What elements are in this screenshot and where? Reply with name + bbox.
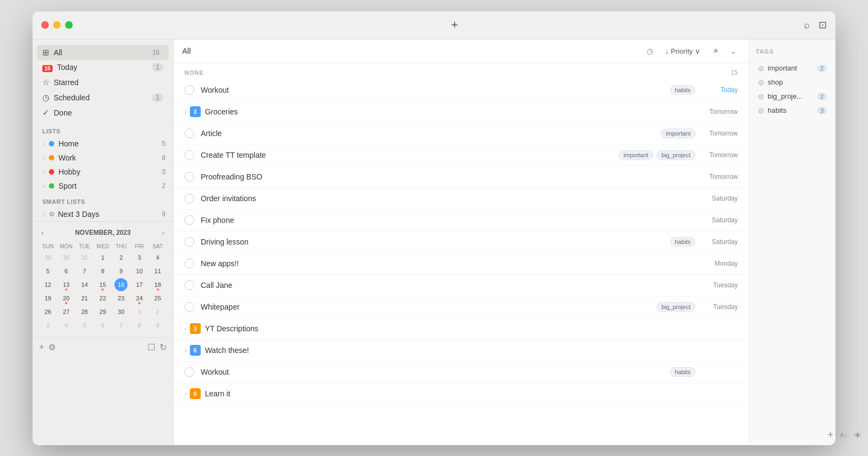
add-tag-button[interactable]: + xyxy=(827,429,833,441)
sidebar-item-today[interactable]: 16 Today 1 xyxy=(37,60,169,75)
task-row[interactable]: ›6Watch these! xyxy=(174,340,749,362)
calendar-day[interactable]: 24 xyxy=(133,292,146,305)
calendar-day[interactable]: 16 xyxy=(114,278,127,291)
calendar-day[interactable]: 18 xyxy=(151,278,164,291)
task-checkbox[interactable] xyxy=(184,194,194,203)
tag-badge[interactable]: important xyxy=(618,150,653,160)
calendar-day[interactable]: 29 xyxy=(41,251,54,264)
tag-badge[interactable]: habits xyxy=(670,237,695,247)
task-row[interactable]: ›3GroceriesTomorrow xyxy=(174,101,749,123)
calendar-day[interactable]: 4 xyxy=(151,251,164,264)
task-checkbox[interactable] xyxy=(184,259,194,268)
task-row[interactable]: Fix phoneSaturday xyxy=(174,210,749,232)
calendar-day[interactable]: 5 xyxy=(41,265,54,278)
expand-icon[interactable]: › xyxy=(184,108,187,115)
settings-button[interactable]: ⚙ xyxy=(48,342,56,352)
filter-button[interactable]: ⌄ xyxy=(727,44,740,57)
calendar-day[interactable]: 19 xyxy=(41,292,54,305)
history-button[interactable]: ◷ xyxy=(643,44,656,57)
sidebar-item-done[interactable]: ✓ Done xyxy=(37,105,169,120)
close-button[interactable] xyxy=(41,21,49,29)
expand-icon[interactable]: › xyxy=(184,325,187,332)
sun-icon[interactable]: ☀ xyxy=(709,44,723,57)
calendar-day[interactable]: 25 xyxy=(151,292,164,305)
calendar-day[interactable]: 3 xyxy=(133,251,146,264)
task-checkbox[interactable] xyxy=(184,367,194,377)
calendar-day[interactable]: 12 xyxy=(41,278,54,291)
minimize-button[interactable] xyxy=(53,21,61,29)
task-row[interactable]: Proofreading BSOTomorrow xyxy=(174,166,749,188)
calendar-day[interactable]: 9 xyxy=(114,265,127,278)
tag-item-habits[interactable]: ⊘ habits 3 xyxy=(756,104,829,118)
task-row[interactable]: WorkouthabitsToday xyxy=(174,80,749,101)
tag-badge[interactable]: big_project xyxy=(656,150,695,160)
calendar-day[interactable]: 3 xyxy=(41,319,54,332)
task-checkbox[interactable] xyxy=(184,302,194,312)
task-checkbox[interactable] xyxy=(184,215,194,225)
calendar-next-button[interactable]: › xyxy=(159,227,167,238)
calendar-day[interactable]: 17 xyxy=(133,278,146,291)
sidebar-item-scheduled[interactable]: ◷ Scheduled 1 xyxy=(37,90,169,105)
task-row[interactable]: Workouthabits xyxy=(174,362,749,383)
calendar-day[interactable]: 5 xyxy=(78,319,91,332)
list-item-hobby[interactable]: › Hobby 3 xyxy=(35,165,171,179)
tag-badge[interactable]: habits xyxy=(670,367,695,377)
tag-item-big_project[interactable]: ⊘ big_proje... 2 xyxy=(756,89,829,104)
tag-item-important[interactable]: ⊘ important 2 xyxy=(756,61,829,75)
sidebar-item-all[interactable]: ⊞ All 16 xyxy=(37,45,169,60)
calendar-day[interactable]: 2 xyxy=(114,251,127,264)
task-row[interactable]: New apps!!Monday xyxy=(174,253,749,275)
calendar-day[interactable]: 20 xyxy=(60,292,73,305)
calendar-day[interactable]: 13 xyxy=(60,278,73,291)
calendar-day[interactable]: 31 xyxy=(78,251,91,264)
calendar-day[interactable]: 30 xyxy=(60,251,73,264)
list-item-sport[interactable]: › Sport 2 xyxy=(35,179,171,193)
tag-badge[interactable]: big_project xyxy=(656,302,695,312)
calendar-day[interactable]: 8 xyxy=(96,265,109,278)
calendar-day[interactable]: 10 xyxy=(133,265,146,278)
search-icon[interactable]: ⌕ xyxy=(804,20,810,31)
task-checkbox[interactable] xyxy=(184,280,194,290)
task-row[interactable]: Whitepaperbig_projectTuesday xyxy=(174,297,749,318)
calendar-view-button[interactable]: ☐ xyxy=(148,342,155,352)
maximize-button[interactable] xyxy=(65,21,73,29)
refresh-button[interactable]: ↻ xyxy=(159,342,167,352)
calendar-day[interactable]: 14 xyxy=(78,278,91,291)
task-row[interactable]: Driving lessonhabitsSaturday xyxy=(174,232,749,253)
calendar-day[interactable]: 23 xyxy=(114,292,127,305)
task-checkbox[interactable] xyxy=(184,237,194,247)
expand-icon[interactable]: › xyxy=(184,347,187,354)
list-item-home[interactable]: › Home 5 xyxy=(35,137,171,151)
calendar-day[interactable]: 9 xyxy=(151,319,164,332)
calendar-day[interactable]: 6 xyxy=(96,319,109,332)
calendar-day[interactable]: 1 xyxy=(133,305,146,318)
task-row[interactable]: ›9Learn it xyxy=(174,383,749,405)
calendar-day[interactable]: 29 xyxy=(96,305,109,318)
list-item-work[interactable]: › Work 8 xyxy=(35,151,171,165)
add-task-button[interactable]: + xyxy=(451,18,458,32)
calendar-day[interactable]: 1 xyxy=(96,251,109,264)
calendar-day[interactable]: 22 xyxy=(96,292,109,305)
calendar-day[interactable]: 7 xyxy=(114,319,127,332)
calendar-day[interactable]: 8 xyxy=(133,319,146,332)
task-row[interactable]: ›3YT Descriptions xyxy=(174,318,749,340)
tag-item-shop[interactable]: ⊘ shop xyxy=(756,75,829,89)
task-checkbox[interactable] xyxy=(184,172,194,182)
tag-badge[interactable]: important xyxy=(661,129,695,138)
task-row[interactable]: Order invitationsSaturday xyxy=(174,188,749,210)
calendar-day[interactable]: 28 xyxy=(78,305,91,318)
expand-icon[interactable]: › xyxy=(184,390,187,397)
task-row[interactable]: Call JaneTuesday xyxy=(174,275,749,297)
calendar-day[interactable]: 21 xyxy=(78,292,91,305)
sidebar-item-starred[interactable]: ☆ Starred xyxy=(37,75,169,90)
calendar-day[interactable]: 27 xyxy=(60,305,73,318)
task-checkbox[interactable] xyxy=(184,129,194,138)
smart-list-item-next3days[interactable]: › ⚙ Next 3 Days 9 xyxy=(35,207,171,221)
add-list-button[interactable]: + xyxy=(39,342,44,352)
calendar-day[interactable]: 7 xyxy=(78,265,91,278)
layout-icon[interactable]: ⊡ xyxy=(819,19,827,31)
calendar-day[interactable]: 15 xyxy=(96,278,109,291)
calendar-day[interactable]: 4 xyxy=(60,319,73,332)
calendar-prev-button[interactable]: ‹ xyxy=(39,227,46,238)
calendar-day[interactable]: 2 xyxy=(151,305,164,318)
